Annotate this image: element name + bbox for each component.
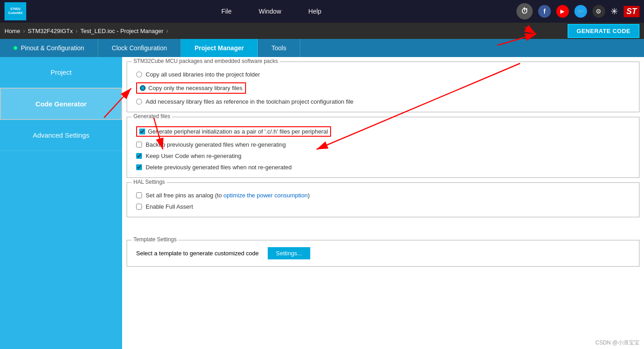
checkbox-group-hal: Set all free pins as analog (to optimize… (136, 192, 630, 210)
peripheral-init-highlight-box: Generate peripheral initialization as a … (136, 126, 331, 137)
tab-tools[interactable]: Tools (258, 39, 300, 57)
footer: CSDN @小浪宝宝 (595, 339, 639, 347)
footer-text: CSDN @小浪宝宝 (595, 339, 639, 346)
checkbox-keep-user-code[interactable]: Keep User Code when re-generating (136, 153, 630, 159)
checkbox-delete-old[interactable]: Delete previously generated files when n… (136, 164, 630, 171)
checkbox-free-pins-label: Set all free pins as analog (to optimize… (146, 192, 310, 199)
checkbox-keep-user-code-input[interactable] (136, 153, 142, 159)
checkbox-peripheral-init-input[interactable] (139, 129, 145, 134)
radio-add-reference[interactable]: Add necessary library files as reference… (136, 98, 630, 105)
checkbox-peripheral-init-label: Generate peripheral initialization as a … (148, 128, 328, 135)
checkbox-backup[interactable]: Backup previously generated files when r… (136, 141, 630, 148)
radio-copy-necessary-label: Copy only the necessary library files (148, 85, 242, 91)
menu-help[interactable]: Help (308, 8, 322, 15)
checkbox-peripheral-init[interactable]: Generate peripheral initialization as a … (136, 126, 630, 137)
packages-section: STM32Cube MCU packages and embedded soft… (127, 62, 639, 112)
sidebar-item-advanced-settings[interactable]: Advanced Settings (0, 120, 122, 151)
checkbox-delete-old-label: Delete previously generated files when n… (146, 164, 292, 171)
checkbox-keep-user-code-label: Keep User Code when re-generating (146, 153, 242, 159)
settings-button[interactable]: Settings... (268, 247, 310, 259)
timer-icon: ⏱ (516, 3, 533, 19)
radio-copy-necessary[interactable]: Copy only the necessary library files (136, 82, 630, 94)
spacer (122, 222, 644, 235)
app-logo: STM32 CubeMX (5, 2, 26, 20)
breadcrumb-sep3: › (166, 27, 168, 34)
checkbox-free-pins[interactable]: Set all free pins as analog (to optimize… (136, 192, 630, 199)
hal-section: HAL Settings Set all free pins as analog… (127, 182, 639, 217)
checkbox-full-assert-input[interactable] (136, 204, 142, 210)
checkbox-free-pins-input[interactable] (136, 192, 142, 198)
sidebar: Project Code Generator Advanced Settings (0, 57, 122, 349)
tab-clock[interactable]: Clock Configuration (98, 39, 181, 57)
packages-section-label: STM32Cube MCU packages and embedded soft… (132, 58, 280, 64)
content-area: STM32Cube MCU packages and embedded soft… (122, 57, 644, 349)
template-row: Select a template to generate customized… (136, 247, 630, 259)
radio-add-reference-input[interactable] (136, 99, 142, 105)
github-icon[interactable]: ⚙ (592, 5, 605, 18)
generated-files-section: Generated files Generate peripheral init… (127, 117, 639, 178)
checkbox-group-generated-files: Generate peripheral initialization as a … (136, 126, 630, 171)
main-content: Project Code Generator Advanced Settings… (0, 57, 644, 349)
hal-section-label: HAL Settings (132, 179, 167, 185)
radio-copy-necessary-input[interactable] (140, 85, 146, 91)
tab-project-manager[interactable]: Project Manager (181, 39, 258, 57)
checkbox-backup-label: Backup previously generated files when r… (146, 141, 286, 148)
checkbox-full-assert[interactable]: Enable Full Assert (136, 203, 630, 210)
youtube-icon[interactable]: ▶ (556, 5, 569, 18)
radio-copy-all[interactable]: Copy all used libraries into the project… (136, 71, 630, 78)
breadcrumb-sep2: › (76, 27, 78, 34)
star-icon[interactable]: ✳ (611, 6, 618, 17)
tab-pinout[interactable]: Pinout & Configuration (0, 39, 98, 57)
menu-file[interactable]: File (221, 8, 232, 15)
radio-copy-all-input[interactable] (136, 72, 142, 77)
checkbox-delete-old-input[interactable] (136, 164, 142, 170)
breadcrumb-sep1: › (23, 27, 25, 34)
breadcrumb-bar: Home › STM32F429IGTx › Test_LED.ioc - Pr… (0, 23, 644, 39)
radio-copy-all-label: Copy all used libraries into the project… (146, 71, 260, 78)
tab-bar: Pinout & Configuration Clock Configurati… (0, 39, 644, 57)
st-logo: ST (624, 6, 639, 17)
breadcrumb-home[interactable]: Home (5, 28, 20, 34)
template-description: Select a template to generate customized… (136, 250, 259, 257)
nav-icons: ⏱ f ▶ 🐦 ⚙ ✳ ST (516, 3, 639, 19)
top-navbar: STM32 CubeMX File Window Help ⏱ f ▶ 🐦 ⚙ … (0, 0, 644, 23)
logo-area: STM32 CubeMX (5, 2, 26, 20)
menu-window[interactable]: Window (259, 8, 281, 15)
generate-code-button[interactable]: GENERATE CODE (568, 24, 639, 38)
template-section: Template Settings Select a template to g… (127, 240, 639, 267)
generated-files-label: Generated files (132, 113, 172, 120)
radio-copy-necessary-box: Copy only the necessary library files (136, 82, 246, 94)
sidebar-item-project[interactable]: Project (0, 57, 122, 88)
template-section-label: Template Settings (132, 236, 178, 243)
twitter-icon[interactable]: 🐦 (574, 5, 587, 18)
radio-group-packages: Copy all used libraries into the project… (136, 71, 630, 105)
radio-add-reference-label: Add necessary library files as reference… (146, 98, 354, 105)
facebook-icon[interactable]: f (538, 5, 551, 18)
checkbox-full-assert-label: Enable Full Assert (146, 203, 193, 210)
tab-dot-pinout (14, 46, 17, 50)
optimize-link: optimize the power consumption (223, 192, 308, 199)
sidebar-item-code-generator[interactable]: Code Generator (0, 88, 122, 120)
breadcrumb-mcu[interactable]: STM32F429IGTx (28, 28, 73, 34)
nav-menu: File Window Help (35, 8, 507, 15)
breadcrumb-project: Test_LED.ioc - Project Manager (80, 28, 164, 34)
checkbox-backup-input[interactable] (136, 142, 142, 148)
